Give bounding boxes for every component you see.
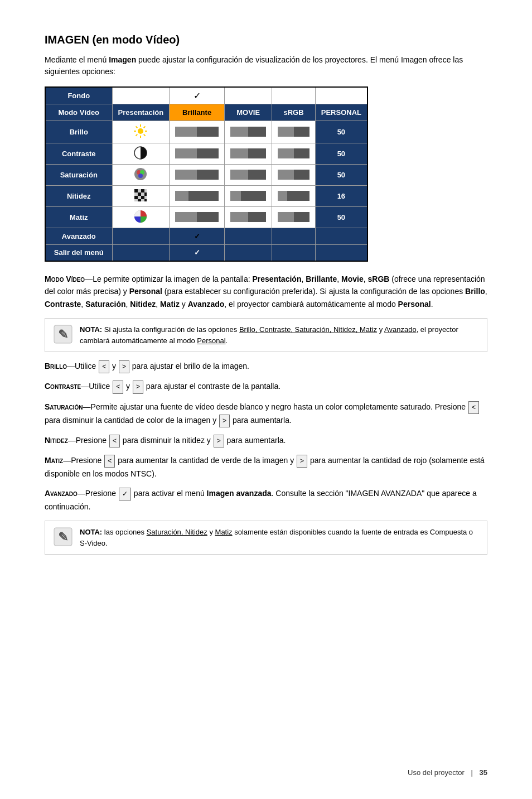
arrow-left-btn-5: < — [104, 455, 115, 468]
intro-paragraph: Mediante el menú Imagen puede ajustar la… — [45, 54, 487, 78]
arrow-left-btn-2: < — [113, 381, 123, 393]
row-label-modo: Modo Vídeo — [45, 104, 112, 121]
checkmark-btn: ✓ — [119, 488, 131, 500]
section-contraste: Contraste—Utilice < y > para ajustar el … — [45, 380, 487, 393]
footer-separator: | — [471, 768, 473, 777]
section-saturacion: Saturación—Permite ajustar una fuente de… — [45, 401, 487, 427]
section-matiz: Matiz—Presione < para aumentar la cantid… — [45, 454, 487, 480]
svg-point-0 — [138, 128, 143, 134]
svg-rect-20 — [141, 192, 144, 196]
table-row: Salir del menú ✓ — [45, 244, 367, 261]
note-text-1: NOTA: Si ajusta la configuración de las … — [80, 324, 479, 346]
svg-rect-18 — [134, 192, 138, 196]
sun-icon — [133, 123, 148, 139]
section-label-contraste: Contraste — [45, 382, 81, 391]
table-row: Nitidez — [45, 185, 367, 206]
svg-rect-21 — [144, 192, 147, 196]
svg-point-13 — [138, 174, 143, 178]
hue-icon — [133, 209, 148, 224]
menu-table: Fondo ✓ Modo Vídeo Presentación Brillant… — [45, 86, 368, 262]
section-label-modo: Modo Vídeo — [45, 275, 85, 283]
svg-rect-17 — [144, 189, 147, 192]
contrast-icon — [133, 146, 148, 160]
section-label-avanzado: Avanzado — [45, 489, 78, 498]
arrow-left-btn-3: < — [468, 401, 479, 414]
saturation-icon — [133, 167, 148, 181]
footer-left: Uso del proyector — [408, 768, 465, 777]
page-title: IMAGEN (en modo Vídeo) — [45, 33, 487, 46]
table-row: Brillo 50 — [45, 121, 367, 143]
svg-rect-19 — [138, 192, 141, 196]
section-avanzado: Avanzado—Presione ✓ para activar el menú… — [45, 487, 487, 513]
svg-rect-22 — [134, 196, 138, 199]
note-icon-1: ✎ — [53, 324, 73, 344]
svg-rect-15 — [138, 189, 141, 192]
svg-rect-14 — [134, 189, 138, 192]
svg-text:✎: ✎ — [58, 328, 68, 341]
svg-rect-26 — [134, 199, 138, 201]
svg-rect-23 — [138, 196, 141, 199]
note-icon-2: ✎ — [53, 527, 73, 547]
arrow-right-btn-3: > — [219, 415, 230, 427]
section-label-nitidez: Nitidez — [45, 436, 68, 445]
arrow-left-btn: < — [99, 360, 109, 373]
page-footer: Uso del proyector | 35 — [408, 768, 487, 777]
arrow-right-btn-2: > — [133, 381, 143, 393]
svg-line-6 — [144, 134, 146, 136]
svg-rect-25 — [144, 196, 147, 199]
table-row: Fondo ✓ — [45, 87, 367, 104]
arrow-right-btn-5: > — [297, 455, 307, 468]
table-row: Avanzado ✓ — [45, 228, 367, 244]
table-row: Matiz 50 — [45, 206, 367, 228]
svg-line-8 — [136, 134, 138, 136]
note-box-2: ✎ NOTA: las opciones Saturación, Nitidez… — [45, 521, 487, 555]
svg-line-5 — [136, 126, 138, 128]
section-brillo: Brillo—Utilice < y > para ajustar el bri… — [45, 360, 487, 373]
svg-text:✎: ✎ — [58, 530, 68, 544]
table-row: Modo Vídeo Presentación Brillante MOVIE … — [45, 104, 367, 121]
arrow-right-btn-4: > — [214, 435, 224, 447]
svg-line-7 — [144, 126, 146, 128]
svg-rect-16 — [141, 189, 144, 192]
section-label-matiz: Matiz — [45, 456, 63, 465]
section-label-saturacion: Saturación — [45, 402, 83, 411]
section-nitidez: Nitidez—Presione < para disminuir la nit… — [45, 434, 487, 447]
table-row: Contraste 50 — [45, 143, 367, 164]
sharpness-icon — [133, 188, 148, 203]
section-label-brillo: Brillo — [45, 362, 67, 370]
svg-rect-24 — [141, 196, 144, 199]
page-number: 35 — [480, 768, 487, 777]
section-modo-video: Modo Vídeo—Le permite optimizar la image… — [45, 273, 487, 310]
svg-rect-28 — [141, 199, 144, 201]
table-row: Saturación 50 — [45, 164, 367, 185]
svg-rect-27 — [138, 199, 141, 201]
svg-rect-29 — [144, 199, 147, 201]
arrow-right-btn: > — [119, 360, 129, 373]
row-label-fondo: Fondo — [45, 87, 112, 104]
arrow-left-btn-4: < — [109, 435, 120, 447]
note-box-1: ✎ NOTA: Si ajusta la configuración de la… — [45, 318, 487, 352]
note-text-2: NOTA: las opciones Saturación, Nitidez y… — [80, 527, 479, 548]
